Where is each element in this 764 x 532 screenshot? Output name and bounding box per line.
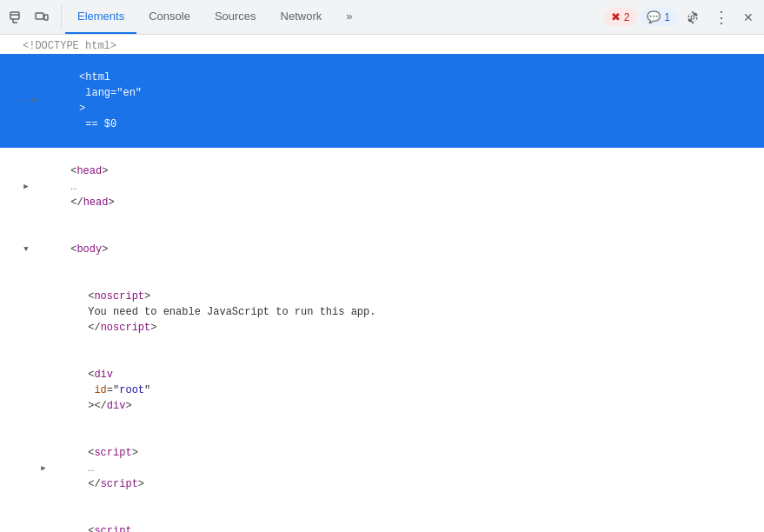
- script-ellipsis-line[interactable]: <script> … </script>: [0, 429, 764, 508]
- error-badge-button[interactable]: ✖ 2: [604, 8, 637, 26]
- devtools-toolbar: Elements Console Sources Network » ✖ 2 💬…: [0, 0, 764, 35]
- body-tag-content: <body>: [33, 226, 108, 273]
- html-tag-content: <html lang="en" > == $0: [42, 54, 142, 148]
- noscript-content: <noscript> You need to enable JavaScript…: [50, 273, 375, 351]
- tab-elements[interactable]: Elements: [65, 0, 136, 34]
- head-expand-triangle[interactable]: [21, 182, 31, 192]
- div-root-line[interactable]: <div id="root" ></div>: [0, 351, 764, 429]
- toolbar-right: ✖ 2 💬 1 ⋮ ✕: [604, 5, 761, 30]
- html-open-line[interactable]: ··· <html lang="en" > == $0: [0, 54, 764, 148]
- error-icon: ✖: [611, 10, 621, 23]
- breadcrumb-dots: ···: [10, 93, 28, 109]
- body-open-line[interactable]: <body>: [0, 226, 764, 273]
- more-icon: ⋮: [714, 8, 728, 27]
- body-expand-triangle[interactable]: [21, 244, 31, 255]
- warning-badge-button[interactable]: 💬 1: [640, 8, 677, 26]
- tab-sources[interactable]: Sources: [203, 0, 269, 34]
- close-icon: ✕: [743, 10, 754, 24]
- head-tag-content: <head> … </head>: [33, 148, 115, 226]
- svg-rect-5: [44, 15, 48, 20]
- noscript-line[interactable]: <noscript> You need to enable JavaScript…: [0, 273, 764, 351]
- div-root-content: <div id="root" ></div>: [50, 351, 150, 429]
- warning-icon: 💬: [647, 10, 661, 23]
- html-expand-triangle[interactable]: [30, 96, 40, 106]
- device-toolbar-icon-button[interactable]: [30, 5, 54, 30]
- devtools-tabs: Elements Console Sources Network »: [65, 0, 365, 34]
- script-1-content: <script src="./static/js/5.6300204f.chun…: [50, 508, 326, 532]
- script-expand-triangle[interactable]: [38, 463, 49, 474]
- script-ellipsis-content: <script> … </script>: [50, 429, 144, 508]
- tab-more[interactable]: »: [334, 0, 364, 34]
- close-devtools-button[interactable]: ✕: [736, 5, 761, 30]
- script-1-line[interactable]: <script src="./static/js/5.6300204f.chun…: [0, 508, 764, 532]
- tab-network[interactable]: Network: [269, 0, 335, 34]
- elements-panel: <!DOCTYPE html> ··· <html lang="en" > ==…: [0, 35, 764, 532]
- doctype-text: <!DOCTYPE html>: [23, 38, 116, 54]
- toolbar-icon-group: [3, 5, 62, 30]
- tab-console[interactable]: Console: [136, 0, 203, 34]
- inspect-icon-button[interactable]: [3, 5, 28, 30]
- head-line[interactable]: <head> … </head>: [0, 148, 764, 226]
- warning-count: 1: [664, 11, 670, 23]
- doctype-line[interactable]: <!DOCTYPE html>: [0, 38, 764, 54]
- svg-rect-4: [36, 13, 43, 19]
- error-count: 2: [624, 11, 630, 23]
- svg-rect-0: [10, 12, 19, 19]
- more-options-button[interactable]: ⋮: [708, 5, 733, 30]
- settings-icon-button[interactable]: [681, 5, 705, 30]
